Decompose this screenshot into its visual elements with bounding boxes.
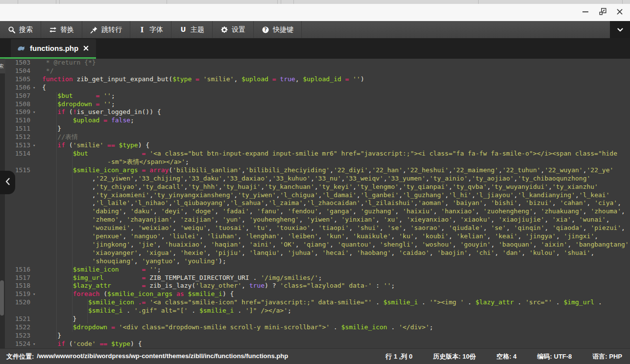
toolbar-button-label: 替换 <box>60 25 74 34</box>
maximize-button[interactable] <box>597 7 608 18</box>
pin-icon <box>90 26 98 34</box>
code-text: 'jingkong', 'jie', 'huaixiao', 'haqian',… <box>42 241 630 249</box>
fold-spacer <box>32 191 42 200</box>
code-text: 'shouqiang', 'yangtuo', 'youling'); <box>42 257 226 266</box>
code-line-wrap: 'penxue', 'nanguo', 'liulei', 'liuhan', … <box>0 232 630 241</box>
code-line-wrap: ,'ty_chiyao','ty_dacall','ty_hhh','ty_hu… <box>0 183 630 191</box>
fold-spacer <box>32 207 42 216</box>
code-text: $but = ''; <box>42 92 115 100</box>
code-text: 'wozuimei', 'weixiao', 'weiqu', 'tuosai'… <box>42 224 625 232</box>
toolbar-button-replace[interactable]: 替换 <box>41 21 82 38</box>
code-line-1511: 1511 } <box>0 125 630 133</box>
fold-spacer <box>32 298 42 307</box>
fold-spacer <box>32 75 42 84</box>
code-text: $smilie_icon .= '<a class="smilie-icon" … <box>42 298 602 307</box>
browser-tab-separator <box>478 0 479 4</box>
php-elephant-icon <box>18 45 25 52</box>
code-text: $smilie_i . '.gif" alt="[' . $smilie_i .… <box>42 307 291 315</box>
code-line-wrap: 'dabing', 'daku', 'deyi', 'doge', 'fadai… <box>0 207 630 216</box>
fold-spacer <box>32 332 42 340</box>
fold-spacer <box>32 92 42 100</box>
editor-toolbar: 搜索替换跳转行I字体U主题设置?快捷键 <box>0 21 630 38</box>
fold-spacer <box>32 307 42 315</box>
toolbar-button-font[interactable]: I字体 <box>130 21 171 38</box>
toolbar-button-theme[interactable]: U主题 <box>171 21 213 38</box>
code-line-1509: 1509▾ if (!is_user_logged_in()) { <box>0 108 630 116</box>
code-line-1516: 1516 $smilie_icon = ''; <box>0 266 630 274</box>
svg-text:U: U <box>181 26 186 33</box>
fold-spacer <box>32 257 42 266</box>
status-encoding: 编码: UTF-8 <box>537 352 572 361</box>
collapsed-search-panel-tab[interactable]: 索 <box>0 59 5 73</box>
code-line-1510: 1510 $upload = false; <box>0 116 630 125</box>
fold-arrow-icon[interactable]: ▾ <box>32 290 42 298</box>
code-text: } <box>42 125 61 133</box>
code-text: $lazy_attr = zib_is_lazy('lazy_other', t… <box>42 282 395 290</box>
code-text: foreach ($smilie_icon_args as $smilie_i)… <box>42 290 234 298</box>
fold-spacer <box>32 323 42 332</box>
code-line-1524: 1524▾ if ('code' == $type) { <box>0 340 630 348</box>
fold-spacer <box>32 116 42 125</box>
browser-tab-separator <box>281 0 281 4</box>
code-line-1515: 1515 $smilie_icon_args = array('bilibili… <box>0 166 630 175</box>
svg-text:I: I <box>141 26 144 34</box>
close-button[interactable] <box>614 7 625 18</box>
minimize-button[interactable] <box>580 7 591 18</box>
collapse-panel-button[interactable] <box>0 171 15 194</box>
tab-functions-php[interactable]: functions.php <box>11 39 96 57</box>
code-text: */ <box>42 67 53 75</box>
status-cursor-position: 行 1 ,列 0 <box>386 352 412 361</box>
toolbar-button-search[interactable]: 搜索 <box>0 21 41 38</box>
tab-title: functions.php <box>30 44 78 52</box>
fold-arrow-icon[interactable]: ▾ <box>32 108 42 116</box>
status-items: 行 1 ,列 0历史版本: 10份空格: 4编码: UTF-8语言: PHP <box>386 352 622 361</box>
browser-tab-separator <box>293 0 294 4</box>
code-text: ,'22_yiwen','33_chijing','33_daku','33_d… <box>42 175 590 183</box>
code-text: * @return {*} <box>42 59 96 67</box>
code-rows: 1503 * @return {*}1504 */1505function zi… <box>0 59 630 348</box>
tab-bar: functions.php <box>0 38 630 59</box>
fold-arrow-icon[interactable]: ▾ <box>32 340 42 348</box>
fold-spacer <box>32 266 42 274</box>
code-line-wrap: ,'22_yiwen','33_chijing','33_daku','33_d… <box>0 175 630 183</box>
font-icon: I <box>138 26 146 34</box>
code-line-1522: 1522 $dropdown = '<div class="dropdown-s… <box>0 323 630 332</box>
code-line-wrap: 'wozuimei', 'weixiao', 'weiqu', 'tuosai'… <box>0 224 630 232</box>
code-line-1508: 1508 $dropdown = ''; <box>0 100 630 109</box>
code-line-wrap: 'xiaoyanger', 'xigua', 'hexie', 'pijiu',… <box>0 249 630 257</box>
code-line-1518: 1518 $lazy_attr = zib_is_lazy('lazy_othe… <box>0 282 630 290</box>
code-text: if (!is_user_logged_in()) { <box>42 108 161 116</box>
fold-spacer <box>32 274 42 282</box>
code-text: $dropdown = ''; <box>42 100 115 109</box>
code-text: $dropdown = '<div class="dropdown-smilie… <box>42 323 433 332</box>
toolbar-button-shortcuts[interactable]: ?快捷键 <box>254 21 302 38</box>
fold-spacer <box>32 232 42 241</box>
code-line-1505: 1505function zib_get_input_expand_but($t… <box>0 75 630 84</box>
code-text: ,'ty_chiyao','ty_dacall','ty_hhh','ty_hu… <box>42 183 598 191</box>
code-text: 'penxue', 'nanguo', 'liulei', 'liuhan', … <box>42 232 598 241</box>
maximize-icon <box>599 8 606 17</box>
toolbar-button-goto-line[interactable]: 跳转行 <box>82 21 130 38</box>
code-line-wrap: ,'ty_xiaomieni','ty_yinyangxiansheng','t… <box>0 191 630 200</box>
status-spaces: 空格: 4 <box>496 352 516 361</box>
fold-spacer <box>32 315 42 323</box>
window-titlebar <box>0 4 630 21</box>
close-tab-icon[interactable] <box>83 45 89 51</box>
toolbar-button-label: 字体 <box>149 25 163 34</box>
status-history-versions: 历史版本: 10份 <box>433 352 476 361</box>
fold-arrow-icon[interactable]: ▾ <box>32 84 42 92</box>
code-line-wrap: $smilie_i . '.gif" alt="[' . $smilie_i .… <box>0 307 630 315</box>
toolbar-button-settings[interactable]: 设置 <box>213 21 254 38</box>
code-text: 'dabing', 'daku', 'deyi', 'doge', 'fadai… <box>42 207 625 216</box>
toolbar-more-button[interactable] <box>610 21 630 38</box>
fold-arrow-icon[interactable]: ▾ <box>32 141 42 150</box>
toolbar-button-label: 快捷键 <box>273 25 293 34</box>
toolbar-button-label: 主题 <box>191 25 204 34</box>
code-text: $upload = false; <box>42 116 134 125</box>
left-edge-scrollbar-thumb[interactable] <box>0 280 4 316</box>
code-editor-window: 搜索替换跳转行I字体U主题设置?快捷键 functions.php 1503 *… <box>0 0 630 364</box>
fold-spacer <box>32 199 42 207</box>
code-text: function zib_get_input_expand_but($type … <box>42 75 364 84</box>
search-icon <box>8 26 16 34</box>
code-editor[interactable]: 1503 * @return {*}1504 */1505function zi… <box>0 59 630 348</box>
